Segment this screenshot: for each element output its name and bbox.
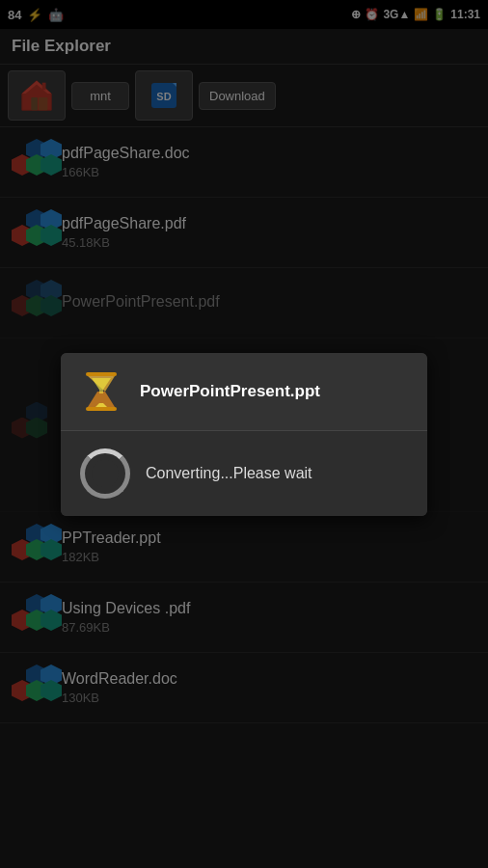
hourglass-icon xyxy=(76,366,126,417)
modal-title-row: PowerPointPresent.ppt xyxy=(61,353,427,431)
svg-rect-11 xyxy=(99,390,103,393)
spinner-inner xyxy=(92,460,119,487)
svg-rect-9 xyxy=(86,372,117,376)
modal-overlay: PowerPointPresent.ppt Converting...Pleas… xyxy=(0,0,488,868)
svg-rect-10 xyxy=(86,407,117,411)
spinner-icon xyxy=(80,448,130,499)
modal-status-text: Converting...Please wait xyxy=(146,465,312,482)
modal-progress-row: Converting...Please wait xyxy=(61,431,427,516)
converting-modal: PowerPointPresent.ppt Converting...Pleas… xyxy=(61,353,427,516)
modal-file-name: PowerPointPresent.ppt xyxy=(140,382,320,401)
